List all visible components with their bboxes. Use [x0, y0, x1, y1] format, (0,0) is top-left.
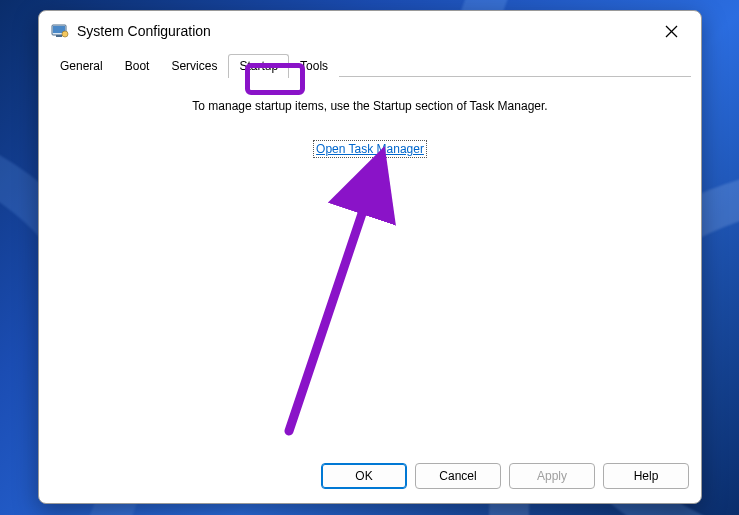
app-icon	[51, 22, 69, 40]
ok-button[interactable]: OK	[321, 463, 407, 489]
system-configuration-dialog: System Configuration General Boot Servic…	[38, 10, 702, 504]
svg-point-3	[62, 31, 68, 37]
open-task-manager-link[interactable]: Open Task Manager	[314, 141, 426, 157]
tab-services[interactable]: Services	[160, 54, 228, 77]
dialog-buttons: OK Cancel Apply Help	[39, 453, 701, 503]
instruction-text: To manage startup items, use the Startup…	[49, 99, 691, 113]
tab-boot[interactable]: Boot	[114, 54, 161, 77]
tab-content: To manage startup items, use the Startup…	[39, 77, 701, 453]
tab-general[interactable]: General	[49, 54, 114, 77]
help-button[interactable]: Help	[603, 463, 689, 489]
window-title: System Configuration	[77, 23, 649, 39]
cancel-button[interactable]: Cancel	[415, 463, 501, 489]
tab-startup[interactable]: Startup	[228, 54, 289, 78]
tab-bar: General Boot Services Startup Tools	[39, 51, 701, 77]
tab-tools[interactable]: Tools	[289, 54, 339, 77]
close-icon	[665, 25, 678, 38]
svg-rect-2	[56, 35, 62, 37]
apply-button[interactable]: Apply	[509, 463, 595, 489]
title-bar: System Configuration	[39, 11, 701, 51]
close-button[interactable]	[649, 15, 693, 47]
